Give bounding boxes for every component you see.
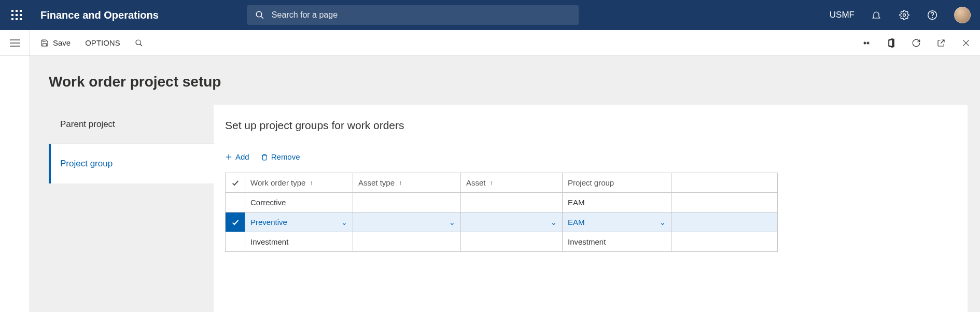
data-grid: Work order type↑ Asset type↑ Asset↑ Proj…	[225, 173, 778, 252]
cell-project-group[interactable]: EAM	[563, 193, 671, 212]
sort-asc-icon: ↑	[399, 179, 402, 187]
table-row[interactable]: Corrective EAM	[226, 193, 777, 212]
col-project-group[interactable]: Project group	[563, 173, 671, 192]
col-spacer	[671, 173, 777, 192]
col-asset-type[interactable]: Asset type↑	[353, 173, 461, 192]
options-label: OPTIONS	[85, 38, 120, 47]
action-bar: Save OPTIONS	[0, 30, 980, 56]
row-checkbox[interactable]	[226, 193, 245, 212]
connect-icon[interactable]	[861, 37, 872, 49]
cell-work-order-type[interactable]: Corrective	[245, 193, 353, 212]
search-box[interactable]	[247, 5, 579, 25]
top-nav: Finance and Operations USMF	[0, 0, 980, 30]
row-checkbox[interactable]	[226, 212, 245, 232]
cell-work-order-type[interactable]: Investment	[245, 232, 353, 251]
left-rail	[0, 56, 30, 312]
close-icon[interactable]	[960, 37, 972, 49]
company-code[interactable]: USMF	[830, 10, 855, 20]
cell-asset-type[interactable]: ⌄	[353, 212, 461, 232]
cell-work-order-type[interactable]: Preventive ⌄	[245, 212, 353, 232]
plus-icon	[225, 153, 232, 161]
svg-point-4	[932, 18, 933, 18]
popout-icon[interactable]	[935, 37, 947, 49]
search-icon	[255, 10, 264, 20]
hamburger-icon[interactable]	[0, 30, 30, 55]
tab-parent-project[interactable]: Parent project	[49, 105, 214, 144]
grid-header: Work order type↑ Asset type↑ Asset↑ Proj…	[226, 173, 777, 193]
gear-icon[interactable]	[898, 9, 911, 21]
svg-point-2	[903, 14, 906, 17]
sort-asc-icon: ↑	[310, 179, 313, 187]
col-work-order-type[interactable]: Work order type↑	[245, 173, 353, 192]
avatar[interactable]	[954, 7, 971, 23]
save-button[interactable]: Save	[40, 38, 71, 47]
svg-line-9	[140, 44, 142, 46]
cell-asset-type[interactable]	[353, 193, 461, 212]
cell-asset[interactable]: ⌄	[461, 212, 563, 232]
side-tabs: Parent project Project group	[49, 105, 214, 312]
app-title: Finance and Operations	[40, 9, 159, 21]
refresh-icon[interactable]	[911, 37, 922, 49]
svg-point-0	[256, 11, 262, 17]
trash-icon	[261, 153, 268, 161]
chevron-down-icon[interactable]: ⌄	[341, 218, 347, 226]
tab-label: Project group	[60, 159, 113, 169]
sort-asc-icon: ↑	[490, 179, 493, 187]
svg-line-1	[261, 16, 263, 19]
main-panel: Set up project groups for work orders Ad…	[214, 105, 968, 312]
nav-right: USMF	[830, 7, 971, 23]
add-button[interactable]: Add	[225, 152, 249, 161]
search-input[interactable]	[272, 10, 570, 20]
panel-title: Set up project groups for work orders	[225, 119, 953, 132]
notifications-icon[interactable]	[870, 9, 883, 21]
help-icon[interactable]	[926, 9, 939, 21]
select-all-checkbox[interactable]	[226, 173, 245, 192]
tab-project-group[interactable]: Project group	[49, 144, 214, 183]
cell-project-group[interactable]: EAM ⌄	[563, 212, 671, 232]
cell-project-group[interactable]: Investment	[563, 232, 671, 251]
cell-asset[interactable]	[461, 193, 563, 212]
table-row[interactable]: Preventive ⌄ ⌄ ⌄ EAM ⌄	[226, 212, 777, 232]
page-title: Work order project setup	[49, 74, 968, 90]
save-label: Save	[53, 38, 71, 47]
remove-label: Remove	[271, 152, 300, 161]
options-button[interactable]: OPTIONS	[85, 38, 120, 47]
office-icon[interactable]	[886, 37, 897, 49]
save-icon	[40, 39, 49, 47]
toolbar-search-icon[interactable]	[135, 39, 143, 47]
col-asset[interactable]: Asset↑	[461, 173, 563, 192]
svg-point-8	[136, 40, 141, 45]
tab-label: Parent project	[60, 119, 115, 130]
row-checkbox[interactable]	[226, 232, 245, 251]
cell-asset[interactable]	[461, 232, 563, 251]
table-row[interactable]: Investment Investment	[226, 232, 777, 252]
add-label: Add	[235, 152, 249, 161]
chevron-down-icon[interactable]: ⌄	[660, 218, 666, 226]
cell-asset-type[interactable]	[353, 232, 461, 251]
waffle-icon[interactable]	[11, 10, 22, 20]
chevron-down-icon[interactable]: ⌄	[449, 218, 455, 226]
chevron-down-icon[interactable]: ⌄	[551, 218, 557, 226]
remove-button[interactable]: Remove	[261, 152, 300, 161]
